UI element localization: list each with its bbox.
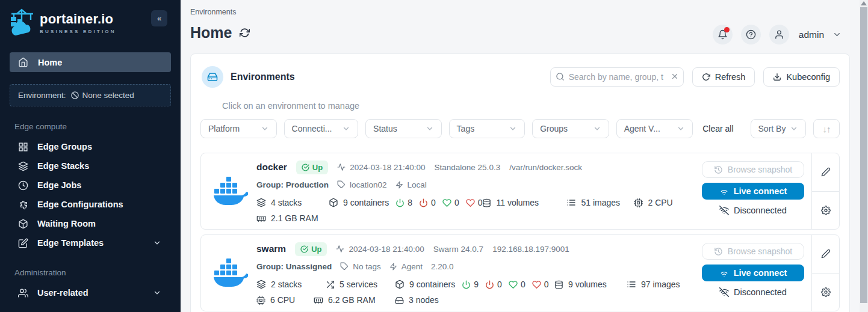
scrollbar-up-arrow[interactable] [861, 1, 867, 5]
stat-stacks: 4 stacks [256, 198, 329, 207]
kubeconfig-button[interactable]: Kubeconfig [763, 67, 840, 87]
environment-card-docker[interactable]: docker Up 2024-03-18 21:40:00 Standalone… [200, 153, 840, 230]
edit-environment-button[interactable] [812, 153, 839, 192]
puzzle-icon [18, 200, 28, 210]
sidebar-item-user-related[interactable]: User-related [0, 283, 181, 302]
chevron-down-icon [677, 124, 685, 133]
stat-stacks: 2 stacks [256, 280, 326, 289]
environment-selector[interactable]: Environment: None selected [10, 84, 171, 106]
stat-running-containers: 9 [462, 280, 479, 289]
heart-unhealthy-icon [466, 198, 475, 207]
sidebar-item-label: Edge Jobs [37, 180, 81, 190]
browse-snapshot-button[interactable]: Browse snapshot [702, 243, 804, 260]
none-selected-icon [70, 91, 79, 100]
grid-icon [18, 142, 28, 152]
activity-icon [337, 163, 346, 171]
stat-volumes: 11 volumes [482, 198, 566, 207]
check-circle-icon [302, 164, 309, 171]
list-icon [566, 198, 576, 207]
browse-snapshot-button[interactable]: Browse snapshot [702, 161, 804, 178]
heart-healthy-icon [442, 198, 451, 207]
filter-connection-type[interactable]: Connecti... [284, 119, 359, 138]
environment-settings-button[interactable] [812, 192, 839, 230]
environment-name: swarm [256, 243, 286, 254]
stat-healthy-containers: 0 [509, 280, 525, 289]
sidebar-item-label: Home [38, 58, 62, 67]
connection-type-label: Agent [389, 262, 423, 271]
memory-icon [256, 213, 266, 223]
docker-logo-icon [213, 258, 248, 287]
zap-icon [395, 181, 403, 189]
filter-status[interactable]: Status [365, 119, 442, 138]
vertical-scrollbar[interactable] [860, 0, 868, 312]
power-off-icon [419, 198, 428, 207]
power-on-icon [395, 198, 405, 207]
refresh-icon [702, 73, 710, 81]
history-icon [714, 247, 723, 256]
sidebar-item-waiting-room[interactable]: Waiting Room [0, 214, 181, 233]
chevron-down-icon[interactable] [832, 30, 842, 39]
home-icon [18, 57, 28, 67]
clear-all-link[interactable]: Clear all [702, 124, 733, 133]
filter-agent-version[interactable]: Agent V... [616, 119, 693, 138]
environment-selector-prefix: Environment: [18, 91, 66, 100]
sidebar-collapse-button[interactable]: « [151, 10, 167, 26]
sidebar-item-edge-configurations[interactable]: Edge Configurations [0, 195, 181, 214]
environment-url: 192.168.18.197:9001 [492, 245, 569, 254]
sidebar-item-home[interactable]: Home [10, 52, 171, 72]
breadcrumb[interactable]: Environments [190, 8, 868, 16]
status-label: Up [312, 163, 323, 172]
filter-row: Platform Connecti... Status Tags Groups … [200, 119, 840, 138]
sidebar-item-edge-jobs[interactable]: Edge Jobs [0, 176, 181, 195]
zap-icon [389, 263, 397, 271]
live-connect-button[interactable]: Live connect [702, 265, 804, 281]
environments-panel-icon-circle [202, 66, 223, 88]
refresh-button[interactable]: Refresh [692, 67, 755, 87]
edit-environment-button[interactable] [812, 235, 839, 274]
user-icon [774, 29, 784, 40]
pencil-icon [821, 249, 831, 258]
history-icon [714, 165, 723, 174]
filter-label: Status [373, 124, 397, 133]
filter-label: Connecti... [292, 124, 332, 133]
tags-label: location02 [337, 180, 387, 189]
environment-settings-button[interactable] [812, 274, 839, 311]
sort-direction-button[interactable]: ↓↑ [813, 119, 840, 138]
refresh-icon[interactable] [240, 28, 250, 38]
environment-card-swarm[interactable]: swarm Up 2024-03-18 21:40:00 Swarm 24.0.… [200, 234, 840, 311]
sort-by-select[interactable]: Sort By [751, 119, 807, 138]
sidebar-item-label: Edge Stacks [37, 161, 89, 171]
check-circle-icon [300, 245, 308, 253]
connection-status: Disconnected [702, 287, 804, 297]
filter-groups[interactable]: Groups [532, 119, 609, 138]
group-label: Group: Production [256, 180, 329, 189]
help-button[interactable] [741, 25, 761, 44]
sidebar-item-edge-templates[interactable]: Edge Templates [0, 233, 181, 252]
username[interactable]: admin [799, 29, 824, 40]
live-connect-button[interactable]: Live connect [702, 183, 804, 200]
power-off-icon [485, 280, 494, 289]
section-administration: Administration [14, 268, 166, 277]
layers-icon [256, 280, 266, 289]
user-avatar[interactable] [769, 25, 789, 44]
cpu-icon [256, 296, 265, 305]
stat-images: 51 images [566, 198, 634, 207]
refresh-button-label: Refresh [715, 72, 746, 82]
clear-search-icon[interactable] [671, 72, 679, 81]
sidebar-item-edge-stacks[interactable]: Edge Stacks [0, 156, 181, 176]
group-label: Group: Unassigned [256, 262, 332, 271]
status-label: Up [311, 245, 321, 254]
box-icon [329, 198, 338, 207]
notifications-button[interactable] [713, 25, 733, 44]
wifi-off-icon [719, 287, 729, 297]
sidebar-item-edge-groups[interactable]: Edge Groups [0, 137, 181, 156]
filter-platform[interactable]: Platform [200, 119, 277, 138]
stat-unhealthy-containers: 0 [466, 198, 483, 207]
search-box [550, 67, 684, 87]
search-input[interactable] [550, 67, 684, 87]
chevron-down-icon [261, 124, 269, 133]
filter-tags[interactable]: Tags [449, 119, 525, 138]
help-circle-icon [746, 29, 756, 40]
scrollbar-thumb[interactable] [860, 7, 867, 303]
environments-panel: Environments Refresh Kubeconfig Click on [190, 54, 850, 312]
